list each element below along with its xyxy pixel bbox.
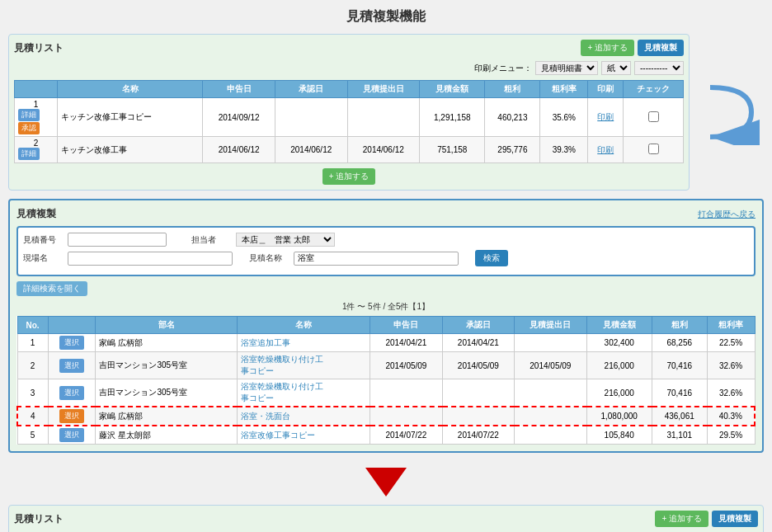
bottom-panel-title: 見積リスト [14,512,64,526]
col-shonin: 承認日 [275,81,347,98]
bottom-add-button[interactable]: + 追加する [322,168,376,185]
back-link[interactable]: 打合履歴へ戻る [698,209,756,220]
col-teishutsu: 見積提出日 [347,81,420,98]
row-arari-rate: 39.3% [540,137,588,163]
extra-select[interactable]: ---------- [634,61,684,75]
top-add-button[interactable]: + 追加する [581,40,634,56]
detail-button[interactable]: 詳細 [18,109,40,121]
row-no: 1 [34,100,39,109]
col-shinoku: 申告日 [370,317,442,334]
col-kingaku: 見積金額 [586,317,652,334]
col-name: 名称 [237,317,370,334]
col-check: チェック [624,81,684,98]
genba-input[interactable] [68,252,233,266]
table-row: 2 選択 吉田マンション305号室 浴室乾燥機取り付け工事コピー 2014/05… [17,352,755,379]
col-no: No. [17,317,48,334]
row-print[interactable]: 印刷 [588,98,624,137]
copy-panel: 見積複製 打合履歴へ戻る 見積番号 担当者 本店＿ 営業 太郎 現場名 見積名称 [8,199,764,453]
advanced-search-button[interactable]: 詳細検索を開く [16,281,87,296]
select-button[interactable]: 選択 [59,409,84,423]
print-label: 印刷メニュー： [474,63,532,74]
mitsumori-no-input[interactable] [68,233,167,247]
row-shonin [275,98,347,137]
col-kingaku: 見積金額 [420,81,485,98]
table-row: 2 詳細 キッチン改修工事 2014/06/12 2014/06/12 2014… [15,137,684,163]
select-button[interactable]: 選択 [59,359,84,373]
col-teishutsu: 見積提出日 [515,317,586,334]
row-shinoku: 2014/06/12 [203,137,275,163]
top-list-panel: 見積リスト + 追加する 見積複製 印刷メニュー： 見積明細書 紙 ------… [8,34,690,191]
print-option-select[interactable]: 見積明細書 [535,61,598,75]
curved-arrow-icon [702,79,760,145]
row-kingaku: 1,291,158 [420,98,485,137]
top-panel-title: 見積リスト [14,41,64,55]
col-select [48,317,96,334]
row-arari: 295,776 [485,137,540,163]
row-teishutsu: 2014/06/12 [347,137,420,163]
row-shinoku: 2014/09/12 [203,98,275,137]
col-arari: 粗利 [485,81,540,98]
search-form: 見積番号 担当者 本店＿ 営業 太郎 現場名 見積名称 検索 [16,226,756,276]
table-row: 1 選択 家嶋 広柄部 浴室追加工事 2014/04/21 2014/04/21… [17,334,755,352]
table-row: 5 選択 藤沢 星太朗部 浴室改修工事コピー 2014/07/22 2014/0… [17,426,755,445]
row-no: 2 [34,139,39,148]
mitsumori-no-label: 見積番号 [23,234,64,246]
top-list-table: 名称 申告日 承認日 見積提出日 見積金額 粗利 粗利率 印刷 チェック 1 詳… [14,80,684,163]
down-arrow-section [8,461,764,505]
row-arari: 460,213 [485,98,540,137]
select-button[interactable]: 選択 [59,428,84,442]
col-arari-rate: 粗利率 [540,81,588,98]
search-button[interactable]: 検索 [475,250,508,266]
bottom-add-button2[interactable]: + 追加する [655,511,708,527]
detail-button[interactable]: 詳細 [18,148,40,160]
row-shonin: 2014/06/12 [275,137,347,163]
col-bu: 部名 [96,317,237,334]
row-teishutsu [347,98,420,137]
table-row: 1 詳細 承認 キッチン改修工事コピー 2014/09/12 1,291,158… [15,98,684,137]
top-copy-button[interactable]: 見積複製 [638,40,684,56]
col-name: 名称 [57,81,202,98]
row-name: キッチン改修工事 [57,137,202,163]
accept-button[interactable]: 承認 [18,122,40,134]
copy-list-table: No. 部名 名称 申告日 承認日 見積提出日 見積金額 粗利 粗利率 1 選択… [16,316,756,445]
col-arari: 粗利 [652,317,707,334]
page-title: 見積複製機能 [8,8,764,26]
bottom-list-panel: 見積リスト + 追加する 見積複製 印刷メニュー： 見積明細書 紙 ------… [8,505,764,532]
col-no [15,81,58,98]
paper-select[interactable]: 紙 [601,61,631,75]
tanto-label: 担当者 [191,234,233,246]
col-print: 印刷 [588,81,624,98]
down-arrow-icon [365,468,407,497]
tanto-select[interactable]: 本店＿ 営業 太郎 [236,233,335,247]
col-shonin: 承認日 [442,317,514,334]
row-arari-rate: 35.6% [540,98,588,137]
count-text: 1件 〜 5件 / 全5件【1】 [16,301,756,313]
copy-panel-title: 見積複製 [16,207,56,221]
mitsumori-name-input[interactable] [294,252,459,266]
mitsumori-name-label: 見積名称 [249,252,290,264]
row-check[interactable] [624,137,684,163]
table-row: 3 選択 吉田マンション305号室 浴室乾燥機取り付け工事コピー 216,000… [17,379,755,407]
row-print[interactable]: 印刷 [588,137,624,163]
table-row: 4 選択 家嶋 広柄部 浴室・洗面台 1,080,000 436,061 40.… [17,407,755,426]
row-name: キッチン改修工事コピー [57,98,202,137]
col-arari-rate: 粗利率 [707,317,755,334]
select-button[interactable]: 選択 [59,386,84,400]
row-check[interactable] [624,98,684,137]
curved-arrow-section [698,34,764,191]
bottom-copy-button[interactable]: 見積複製 [712,511,758,527]
select-button[interactable]: 選択 [59,336,84,350]
col-shinoku: 申告日 [203,81,275,98]
genba-label: 現場名 [23,252,64,264]
row-kingaku: 751,158 [420,137,485,163]
